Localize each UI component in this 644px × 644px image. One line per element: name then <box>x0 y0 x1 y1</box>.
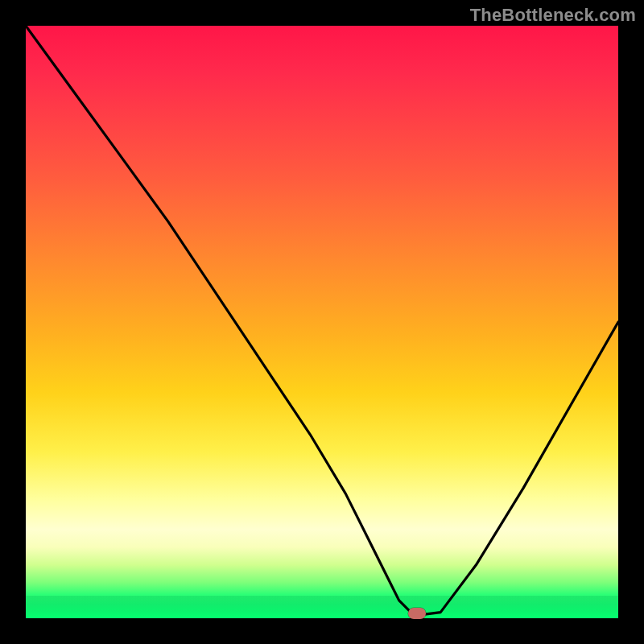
watermark-text: TheBottleneck.com <box>470 5 636 26</box>
chart-frame: TheBottleneck.com <box>0 0 644 644</box>
optimal-point-marker <box>408 608 426 619</box>
plot-area <box>26 26 618 618</box>
bottleneck-curve <box>26 26 618 618</box>
